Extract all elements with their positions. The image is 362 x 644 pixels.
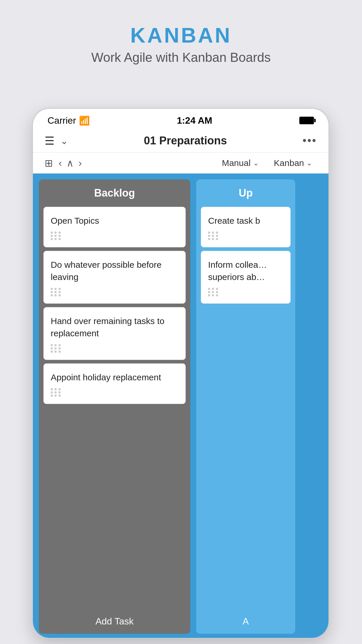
- card-title: Create task b: [208, 215, 283, 227]
- table-row[interactable]: Hand over remaining tasks to replacement: [43, 307, 186, 360]
- backlog-cards: Open Topics Do whatever possible before …: [39, 207, 190, 609]
- nav-dropdown-icon[interactable]: ⌄: [60, 135, 68, 146]
- status-bar: Carrier 📶 1:24 AM: [33, 109, 328, 129]
- drag-handle-icon: [51, 388, 61, 397]
- upcoming-title: Up: [239, 187, 253, 199]
- card-title: Do whatever possible before leaving: [51, 259, 178, 283]
- kanban-board: Backlog Open Topics Do whatever possible…: [33, 174, 328, 639]
- nav-left-controls: ☰ ⌄: [45, 135, 68, 146]
- manual-label: Manual: [222, 158, 250, 168]
- carrier-text: Carrier: [48, 115, 76, 126]
- nav-next-icon[interactable]: ›: [78, 157, 82, 169]
- nav-prev-icon[interactable]: ‹: [59, 157, 62, 169]
- column-backlog: Backlog Open Topics Do whatever possible…: [39, 179, 190, 634]
- battery-icon: [299, 117, 314, 124]
- nav-bar: ☰ ⌄ 01 Preparations •••: [33, 129, 328, 153]
- phone-frame: Carrier 📶 1:24 AM ☰ ⌄ 01 Preparations ••…: [32, 108, 329, 639]
- card-title: Appoint holiday replacement: [51, 371, 178, 384]
- backlog-header: Backlog: [39, 179, 190, 207]
- grid-view-icon[interactable]: ⊞: [45, 157, 53, 169]
- nav-up-icon[interactable]: ∧: [66, 157, 74, 169]
- app-title: KANBAN: [0, 23, 362, 47]
- card-title: Open Topics: [51, 215, 178, 227]
- drag-handle-icon: [51, 344, 61, 353]
- kanban-chevron-icon: ⌄: [306, 159, 312, 167]
- manual-chevron-icon: ⌄: [253, 159, 259, 167]
- kanban-dropdown[interactable]: Kanban ⌄: [269, 156, 317, 170]
- app-header: KANBAN Work Agile with Kanban Boards: [0, 0, 362, 82]
- nav-more-icon[interactable]: •••: [303, 134, 317, 147]
- table-row[interactable]: Inform collea… superiors ab…: [201, 251, 291, 304]
- table-row[interactable]: Appoint holiday replacement: [43, 363, 186, 404]
- hamburger-icon[interactable]: ☰: [45, 135, 55, 146]
- table-row[interactable]: Do whatever possible before leaving: [43, 251, 186, 304]
- app-subtitle: Work Agile with Kanban Boards: [0, 50, 362, 65]
- drag-handle-icon: [208, 232, 219, 240]
- toolbar-nav: ‹ ∧ ›: [59, 157, 82, 169]
- table-row[interactable]: Open Topics: [43, 207, 186, 247]
- drag-handle-icon: [51, 288, 61, 296]
- add-task-button[interactable]: Add Task: [39, 609, 190, 634]
- carrier-info: Carrier 📶: [48, 115, 90, 126]
- card-title: Inform collea… superiors ab…: [208, 259, 283, 283]
- backlog-title: Backlog: [94, 187, 135, 199]
- upcoming-header: Up: [196, 179, 295, 207]
- drag-handle-icon: [208, 288, 219, 296]
- card-title: Hand over remaining tasks to replacement: [51, 315, 178, 340]
- kanban-label: Kanban: [274, 158, 304, 168]
- wifi-icon: 📶: [79, 116, 90, 126]
- status-time: 1:24 AM: [177, 115, 212, 126]
- battery-indicator: [299, 117, 314, 124]
- toolbar: ⊞ ‹ ∧ › Manual ⌄ Kanban ⌄: [33, 153, 328, 174]
- drag-handle-icon: [51, 232, 61, 240]
- column-upcoming: Up Create task b Inform collea… superior…: [196, 179, 295, 634]
- upcoming-add-button[interactable]: A: [196, 609, 295, 634]
- upcoming-cards: Create task b Inform collea… superiors a…: [196, 207, 295, 609]
- nav-title: 01 Preparations: [68, 134, 303, 147]
- manual-dropdown[interactable]: Manual ⌄: [217, 156, 263, 170]
- table-row[interactable]: Create task b: [201, 207, 291, 247]
